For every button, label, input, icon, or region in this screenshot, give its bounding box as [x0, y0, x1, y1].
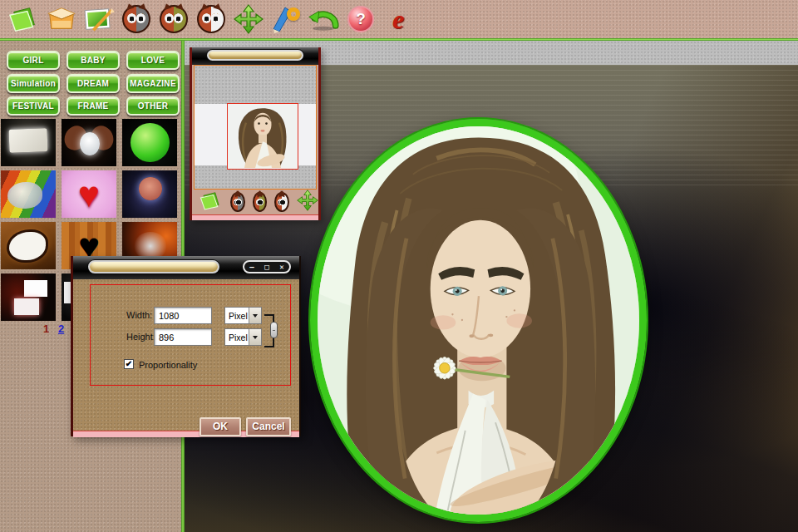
- owl-eye: [174, 13, 183, 23]
- resize-dialog: – □ ✕ Width: Pixel Height: Pixel ✔ Propo…: [71, 256, 301, 436]
- chevron-down-icon: [253, 336, 258, 339]
- toolbar-separator: [0, 38, 798, 41]
- thumbnail-pink-heart-frame[interactable]: ♥: [62, 170, 116, 218]
- framed-portrait-photo: [318, 126, 639, 515]
- owl-original-icon[interactable]: [121, 2, 152, 36]
- owl-eye: [202, 13, 211, 23]
- edit-image-icon[interactable]: [83, 2, 115, 36]
- titlebar-handle: [207, 50, 303, 61]
- owl-olive-icon: [160, 5, 188, 33]
- thumbnail-hands-orb-frame[interactable]: [62, 119, 116, 166]
- owl-eye: [127, 13, 136, 23]
- main-toolbar: ? e: [0, 0, 798, 38]
- category-simulation[interactable]: Simulation: [7, 74, 60, 93]
- photo-frame-app: ? e GIRL BABY LOVE Simulation DREAM MAGA…: [0, 0, 798, 532]
- dialog-titlebar[interactable]: – □ ✕: [73, 256, 299, 279]
- orb-shape: [80, 132, 100, 155]
- plasma-core-shape: [139, 177, 162, 200]
- width-input[interactable]: [154, 307, 212, 324]
- page-2-link[interactable]: 2: [58, 323, 64, 335]
- thumbnail-green-sphere-frame[interactable]: [122, 119, 177, 166]
- open-folder-icon[interactable]: [8, 2, 40, 36]
- preview-content: [194, 65, 317, 190]
- heart-glyph: ♥: [78, 174, 100, 214]
- category-magazine[interactable]: MAGAZINE: [126, 74, 180, 93]
- preview-owl-gray-icon[interactable]: [230, 192, 245, 212]
- owl-eye: [257, 199, 264, 205]
- width-unit-select[interactable]: Pixel: [224, 307, 262, 324]
- save-project-icon[interactable]: [46, 2, 77, 36]
- thumbnail-burnt-paper-frame[interactable]: [1, 222, 56, 269]
- proportionality-checkbox[interactable]: ✔: [124, 359, 134, 369]
- preview-window: [190, 47, 321, 220]
- category-dream[interactable]: DREAM: [66, 74, 120, 93]
- height-unit-dropdown-button[interactable]: [249, 329, 261, 345]
- category-other[interactable]: OTHER: [126, 96, 180, 116]
- chevron-down-icon: [253, 314, 258, 318]
- help-icon[interactable]: ?: [345, 2, 377, 36]
- width-unit-value: Pixel: [225, 311, 249, 321]
- draw-tool-icon[interactable]: [270, 2, 302, 36]
- preview-bottom-strip: [192, 214, 318, 220]
- undo-icon[interactable]: [308, 2, 339, 36]
- chain-link-icon: [270, 322, 278, 338]
- category-love[interactable]: LOVE: [126, 51, 180, 70]
- ok-button[interactable]: OK: [200, 417, 241, 436]
- preview-titlebar[interactable]: [192, 47, 318, 65]
- height-input[interactable]: [154, 328, 212, 346]
- preview-toolbar: [192, 190, 318, 214]
- sphere-shape: [131, 123, 170, 162]
- paper-hole-shape: [9, 232, 46, 260]
- thumbnail-dark-red-frame[interactable]: [1, 273, 56, 321]
- category-frame[interactable]: FRAME: [66, 96, 120, 116]
- category-baby[interactable]: BABY: [66, 51, 120, 70]
- owl-eye: [279, 199, 286, 205]
- preview-portrait: [228, 104, 298, 169]
- photo-slot: [14, 298, 39, 315]
- minimize-button[interactable]: –: [249, 263, 254, 271]
- photo-slot: [24, 280, 47, 297]
- window-controls: – □ ✕: [243, 260, 291, 273]
- photo-frame-canvas[interactable]: [310, 119, 647, 522]
- thumbnail-rainbow-blob-frame[interactable]: [1, 170, 56, 218]
- owl-compare-icon[interactable]: [195, 2, 227, 36]
- owl-gray-icon: [122, 5, 150, 33]
- height-label: Height:: [126, 332, 155, 342]
- thumbnail-plasma-circle-frame[interactable]: [122, 170, 177, 218]
- width-unit-dropdown-button[interactable]: [249, 308, 261, 323]
- owl-effect-icon[interactable]: [158, 2, 190, 36]
- preview-photo: [227, 103, 298, 170]
- plaque-shape: [9, 128, 48, 153]
- dialog-body: Width: Pixel Height: Pixel ✔ Proportiona…: [73, 279, 299, 431]
- preview-owl-olive-icon[interactable]: [253, 192, 268, 212]
- category-girl[interactable]: GIRL: [7, 51, 60, 70]
- e-glyph: e: [392, 7, 404, 32]
- category-festival[interactable]: FESTIVAL: [7, 96, 60, 116]
- blob-shape: [7, 182, 42, 209]
- cancel-button[interactable]: Cancel: [246, 417, 291, 436]
- owl-eye: [211, 13, 220, 23]
- maximize-button[interactable]: □: [264, 263, 268, 271]
- preview-margin-top: [195, 66, 316, 104]
- thumbnail-plaque-frame[interactable]: [1, 119, 56, 166]
- preview-move-icon[interactable]: [297, 190, 318, 214]
- proportionality-label: Proportionality: [139, 360, 197, 370]
- owl-white-icon: [197, 5, 225, 33]
- ring-icon: [287, 7, 300, 21]
- move-tool-icon[interactable]: [233, 2, 264, 36]
- dialog-titlebar-handle: [88, 260, 219, 273]
- owl-eye: [235, 199, 242, 205]
- preview-open-folder-icon[interactable]: [200, 190, 223, 214]
- preview-owl-white-icon[interactable]: [274, 192, 289, 212]
- width-label: Width:: [126, 310, 152, 320]
- question-glyph: ?: [347, 6, 374, 32]
- browser-icon[interactable]: e: [382, 2, 414, 36]
- height-unit-select[interactable]: Pixel: [224, 328, 262, 346]
- owl-eye: [136, 13, 145, 23]
- close-button[interactable]: ✕: [279, 263, 283, 271]
- owl-eye: [165, 13, 174, 23]
- height-unit-value: Pixel: [225, 332, 249, 342]
- page-1-link[interactable]: 1: [43, 323, 49, 335]
